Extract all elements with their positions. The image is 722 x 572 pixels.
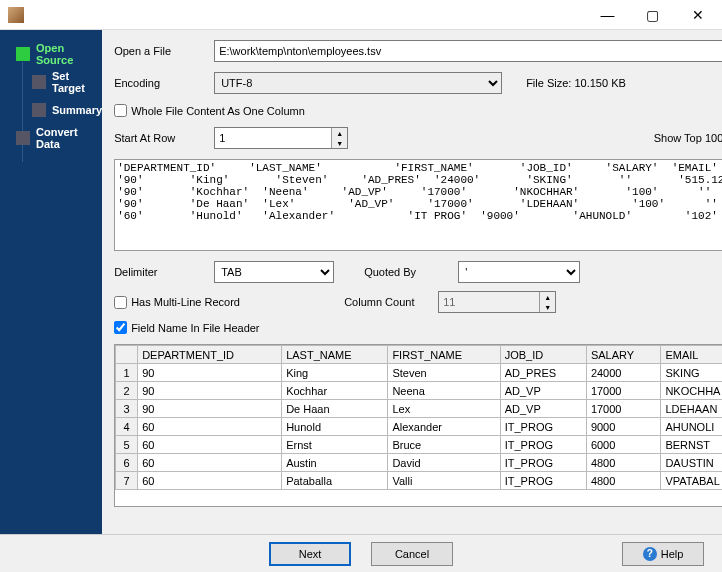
table-cell[interactable]: Pataballa (282, 472, 388, 490)
multiline-checkbox[interactable] (114, 296, 127, 309)
sidebar-item-summary[interactable]: Summary (0, 96, 102, 124)
table-cell[interactable]: Steven (388, 364, 500, 382)
table-cell[interactable]: 60 (138, 436, 282, 454)
delimiter-label: Delimiter (114, 266, 214, 278)
table-cell[interactable]: Lex (388, 400, 500, 418)
table-row[interactable]: 390De HaanLexAD_VP17000LDEHAAN (116, 400, 722, 418)
close-button[interactable]: ✕ (675, 0, 720, 30)
sidebar-item-label: Open Source (36, 42, 102, 66)
table-cell[interactable]: 4800 (586, 472, 661, 490)
table-row[interactable]: 190KingStevenAD_PRES24000SKING (116, 364, 722, 382)
grid-corner (116, 346, 138, 364)
column-count-input (439, 292, 539, 312)
table-row[interactable]: 660AustinDavidIT_PROG4800DAUSTIN (116, 454, 722, 472)
table-cell[interactable]: IT_PROG (500, 472, 586, 490)
table-cell[interactable]: IT_PROG (500, 454, 586, 472)
spinner-down-icon[interactable]: ▼ (332, 138, 347, 148)
sidebar-item-set-target[interactable]: Set Target (0, 68, 102, 96)
cancel-button[interactable]: Cancel (371, 542, 453, 566)
start-row-input[interactable] (215, 128, 331, 148)
field-header-checkbox[interactable] (114, 321, 127, 334)
table-cell[interactable]: King (282, 364, 388, 382)
table-cell[interactable]: NKOCHHA (661, 382, 722, 400)
table-row[interactable]: 460HunoldAlexanderIT_PROG9000AHUNOLI (116, 418, 722, 436)
table-cell[interactable]: De Haan (282, 400, 388, 418)
table-cell[interactable]: 60 (138, 454, 282, 472)
table-cell[interactable]: Kochhar (282, 382, 388, 400)
table-cell[interactable]: 60 (138, 472, 282, 490)
encoding-select[interactable]: UTF-8 (214, 72, 502, 94)
sidebar-item-open-source[interactable]: Open Source (0, 40, 102, 68)
table-cell[interactable]: AD_VP (500, 382, 586, 400)
table-cell[interactable]: Hunold (282, 418, 388, 436)
table-cell[interactable]: 90 (138, 400, 282, 418)
table-cell[interactable]: VPATABAL (661, 472, 722, 490)
table-cell[interactable]: AHUNOLI (661, 418, 722, 436)
table-cell[interactable]: IT_PROG (500, 436, 586, 454)
table-row[interactable]: 760PataballaValliIT_PROG4800VPATABAL (116, 472, 722, 490)
column-header[interactable]: JOB_ID (500, 346, 586, 364)
table-cell[interactable]: Ernst (282, 436, 388, 454)
app-icon (8, 7, 24, 23)
row-number: 6 (116, 454, 138, 472)
quoted-by-label: Quoted By (364, 266, 458, 278)
table-cell[interactable]: AD_PRES (500, 364, 586, 382)
row-number: 4 (116, 418, 138, 436)
table-cell[interactable]: David (388, 454, 500, 472)
table-cell[interactable]: SKING (661, 364, 722, 382)
help-button[interactable]: ? Help (622, 542, 704, 566)
delimiter-select[interactable]: TAB (214, 261, 334, 283)
table-cell[interactable]: IT_PROG (500, 418, 586, 436)
window-titlebar: — ▢ ✕ (0, 0, 722, 30)
table-cell[interactable]: 9000 (586, 418, 661, 436)
file-path-input[interactable] (214, 40, 722, 62)
table-row[interactable]: 290KochharNeenaAD_VP17000NKOCHHA (116, 382, 722, 400)
table-cell[interactable]: AD_VP (500, 400, 586, 418)
table-cell[interactable]: Austin (282, 454, 388, 472)
table-cell[interactable]: 90 (138, 382, 282, 400)
whole-file-checkbox[interactable] (114, 104, 127, 117)
table-cell[interactable]: Valli (388, 472, 500, 490)
maximize-button[interactable]: ▢ (630, 0, 675, 30)
table-cell[interactable]: 90 (138, 364, 282, 382)
spinner-up-icon[interactable]: ▲ (332, 128, 347, 138)
table-cell[interactable]: 4800 (586, 454, 661, 472)
table-cell[interactable]: Neena (388, 382, 500, 400)
table-cell[interactable]: Alexander (388, 418, 500, 436)
start-row-label: Start At Row (114, 132, 214, 144)
table-cell[interactable]: BERNST (661, 436, 722, 454)
start-row-spinner[interactable]: ▲▼ (214, 127, 348, 149)
spinner-up-icon[interactable]: ▲ (540, 292, 555, 302)
help-icon: ? (643, 547, 657, 561)
show-top-rows-label: Show Top 100 Rows (654, 132, 722, 144)
column-header[interactable]: DEPARTMENT_ID (138, 346, 282, 364)
sidebar-item-label: Summary (52, 104, 102, 116)
sidebar-item-convert-data[interactable]: Convert Data (0, 124, 102, 152)
table-cell[interactable]: 60 (138, 418, 282, 436)
column-count-spinner[interactable]: ▲▼ (438, 291, 556, 313)
table-cell[interactable]: 6000 (586, 436, 661, 454)
file-size-label: File Size: 10.150 KB (526, 77, 626, 89)
spinner-down-icon[interactable]: ▼ (540, 302, 555, 312)
help-button-label: Help (661, 548, 684, 560)
table-cell[interactable]: 17000 (586, 382, 661, 400)
column-header[interactable]: EMAIL (661, 346, 722, 364)
column-header[interactable]: SALARY (586, 346, 661, 364)
quoted-by-select[interactable]: ' (458, 261, 580, 283)
minimize-button[interactable]: — (585, 0, 630, 30)
table-cell[interactable]: LDEHAAN (661, 400, 722, 418)
row-number: 3 (116, 400, 138, 418)
data-grid[interactable]: DEPARTMENT_IDLAST_NAMEFIRST_NAMEJOB_IDSA… (114, 344, 722, 507)
button-bar: Next Cancel ? Help (0, 534, 722, 572)
column-header[interactable]: FIRST_NAME (388, 346, 500, 364)
column-header[interactable]: LAST_NAME (282, 346, 388, 364)
row-number: 5 (116, 436, 138, 454)
table-cell[interactable]: Bruce (388, 436, 500, 454)
next-button[interactable]: Next (269, 542, 351, 566)
table-cell[interactable]: 24000 (586, 364, 661, 382)
raw-preview-pane[interactable]: 'DEPARTMENT_ID' 'LAST_NAME' 'FIRST_NAME'… (114, 159, 722, 251)
table-row[interactable]: 560ErnstBruceIT_PROG6000BERNST (116, 436, 722, 454)
encoding-label: Encoding (114, 77, 214, 89)
table-cell[interactable]: DAUSTIN (661, 454, 722, 472)
table-cell[interactable]: 17000 (586, 400, 661, 418)
